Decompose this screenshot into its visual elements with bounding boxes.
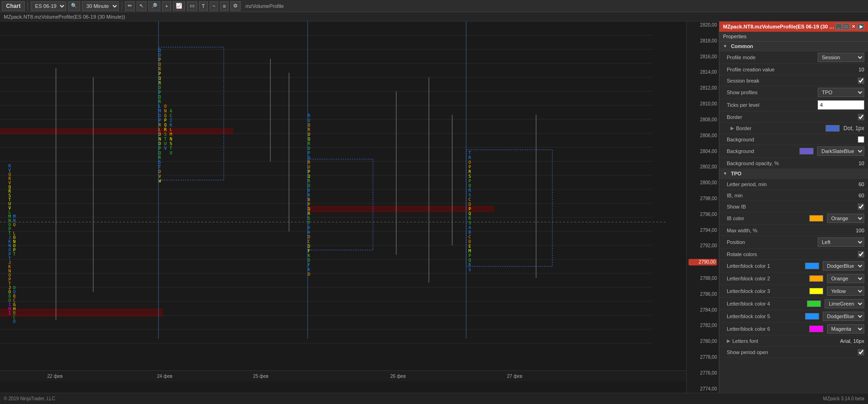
zoom-btn[interactable]: 🔎	[148, 1, 160, 11]
prop-position-select[interactable]: LeftRightCenter	[818, 237, 864, 247]
svg-text:R: R	[158, 99, 161, 104]
prop-background-color-select[interactable]: DarkSlateBlue	[817, 146, 864, 156]
background-color-swatch[interactable]	[799, 148, 813, 154]
settings-btn[interactable]: ⚙	[230, 1, 241, 11]
prop-show-period-open-check[interactable]	[858, 349, 864, 355]
svg-text:S: S	[468, 221, 471, 225]
tpo-chart-svg: R V Q R V Q R S T U V L M N O P T J K N	[0, 21, 686, 382]
prop-letter-period: Letter period, min 60	[719, 179, 868, 190]
font-expand-icon: ▶	[727, 338, 730, 343]
prop-border-checkbox[interactable]	[858, 114, 864, 120]
prop-color-1-select[interactable]: DodgerBlue	[823, 261, 864, 271]
prop-ticks-per-level-input[interactable]	[818, 100, 864, 110]
rect-btn[interactable]: ▭	[187, 1, 197, 11]
svg-text:S: S	[468, 193, 471, 197]
prop-ib-color-select[interactable]: Orange	[827, 214, 864, 223]
svg-text:S: S	[158, 160, 161, 165]
prop-ib-min-val: 60	[796, 193, 865, 198]
svg-text:K: K	[308, 253, 310, 258]
line-btn[interactable]: 📈	[173, 1, 185, 11]
svg-text:U: U	[170, 151, 172, 155]
price-2816: 2816,00	[689, 54, 717, 60]
price-2818: 2818,00	[689, 38, 717, 44]
color-6-swatch[interactable]	[809, 326, 823, 332]
svg-text:L: L	[158, 127, 161, 132]
prop-rotate-colors-check[interactable]	[858, 251, 864, 258]
prop-ib-color-row: Orange	[809, 214, 864, 223]
minimize-btn[interactable]: _	[835, 23, 842, 30]
svg-text:P: P	[164, 118, 167, 123]
prop-show-ib-check[interactable]	[858, 203, 864, 210]
svg-text:Q: Q	[308, 137, 310, 141]
svg-text:Q: Q	[158, 62, 161, 67]
indicators-btn[interactable]: ≡	[220, 1, 228, 11]
prop-border-color-row: Dot, 1px	[826, 125, 864, 132]
svg-text:S: S	[468, 174, 471, 179]
time-label-5: 27 фев	[507, 374, 522, 379]
svg-text:C: C	[468, 197, 471, 202]
svg-rect-23	[0, 128, 233, 134]
draw-btn[interactable]: ✏	[125, 1, 135, 11]
color-1-swatch[interactable]	[805, 263, 819, 269]
price-2798: 2798,00	[689, 196, 717, 202]
prop-show-ib: Show IB	[719, 201, 868, 212]
prop-max-width-val: 100	[796, 228, 865, 233]
ib-color-swatch[interactable]	[809, 215, 823, 222]
prop-color-4-select[interactable]: LimeGreen	[825, 299, 864, 308]
prop-color-6-select[interactable]: Magenta	[827, 324, 864, 334]
color-4-swatch[interactable]	[807, 300, 821, 307]
color-3-swatch[interactable]	[809, 288, 823, 294]
svg-text:P: P	[158, 71, 161, 76]
color-5-swatch[interactable]	[805, 313, 819, 320]
prop-color-3-select[interactable]: Yellow	[827, 286, 864, 296]
section-common[interactable]: ▼ Common	[719, 42, 868, 51]
properties-content[interactable]: ▼ Common Profile mode SessionDailyWeekly…	[719, 42, 868, 393]
price-2784: 2784,00	[689, 307, 717, 313]
price-2790-highlighted: 2790,00	[689, 259, 717, 265]
symbol-select[interactable]: ES 06-19	[31, 1, 66, 11]
price-2808: 2808,00	[689, 117, 717, 123]
crosshair-btn[interactable]: +	[162, 1, 171, 11]
prop-show-profiles-select[interactable]: TPOVolumeBoth	[818, 88, 864, 97]
prop-color-5-select[interactable]: DodgerBlue	[823, 312, 864, 321]
price-2810: 2810,00	[689, 101, 717, 107]
bottom-bar: © 2019 NinjaTrader, LLC MZpack 3.14.0 be…	[0, 393, 868, 404]
prop-session-break-check[interactable]	[858, 77, 864, 84]
time-label-1: 22 фев	[47, 374, 62, 379]
svg-text:D: D	[468, 202, 471, 207]
svg-text:Q: Q	[308, 207, 310, 211]
text-btn[interactable]: T	[199, 1, 208, 11]
properties-header: MZpack.NT8.mzVolumeProfile(ES 06-19 (30 …	[719, 21, 868, 32]
fib-btn[interactable]: ~	[210, 1, 218, 11]
border-color-swatch[interactable]	[826, 125, 840, 132]
timeframe-select[interactable]: 30 Minute	[82, 1, 119, 11]
price-2782: 2782,00	[689, 323, 717, 328]
section-tpo[interactable]: ▼ TPO	[719, 169, 868, 179]
pin-btn[interactable]: ▶	[858, 23, 864, 30]
prop-color-1-label: Letter/block color 1	[727, 263, 805, 269]
chart-area[interactable]: R V Q R V Q R S T U V L M N O P T J K N	[0, 21, 686, 393]
prop-background-checkbox[interactable]	[858, 136, 864, 143]
copyright-text: © 2019 NinjaTrader, LLC	[4, 396, 55, 401]
svg-text:S: S	[468, 267, 471, 272]
svg-text:O: O	[468, 160, 471, 165]
prop-color-5-label: Letter/block color 5	[727, 313, 805, 319]
price-axis: 2820,00 2818,00 2816,00 2814,00 2812,00 …	[686, 21, 719, 393]
price-2804: 2804,00	[689, 149, 717, 154]
prop-profile-mode-select[interactable]: SessionDailyWeekly	[818, 53, 864, 62]
close-btn[interactable]: ✕	[850, 23, 857, 30]
prop-max-width-label: Max width, %	[727, 228, 796, 233]
prop-ib-min: IB, min 60	[719, 190, 868, 201]
prop-show-period-open-label: Show period open	[727, 349, 858, 355]
svg-text:Q: Q	[164, 123, 166, 127]
color-2-swatch[interactable]	[809, 275, 823, 282]
prop-color-5: Letter/block color 5 DodgerBlue	[719, 310, 868, 323]
svg-text:V: V	[158, 174, 161, 179]
cursor-btn[interactable]: ↖	[137, 1, 146, 11]
prop-color-3-row: Yellow	[809, 286, 864, 296]
prop-color-2-select[interactable]: Orange	[827, 274, 864, 283]
magnify-btn[interactable]: 🔍	[68, 1, 80, 11]
prop-color-2-row: Orange	[809, 274, 864, 283]
svg-rect-27	[308, 159, 373, 250]
maximize-btn[interactable]: □	[843, 23, 849, 30]
